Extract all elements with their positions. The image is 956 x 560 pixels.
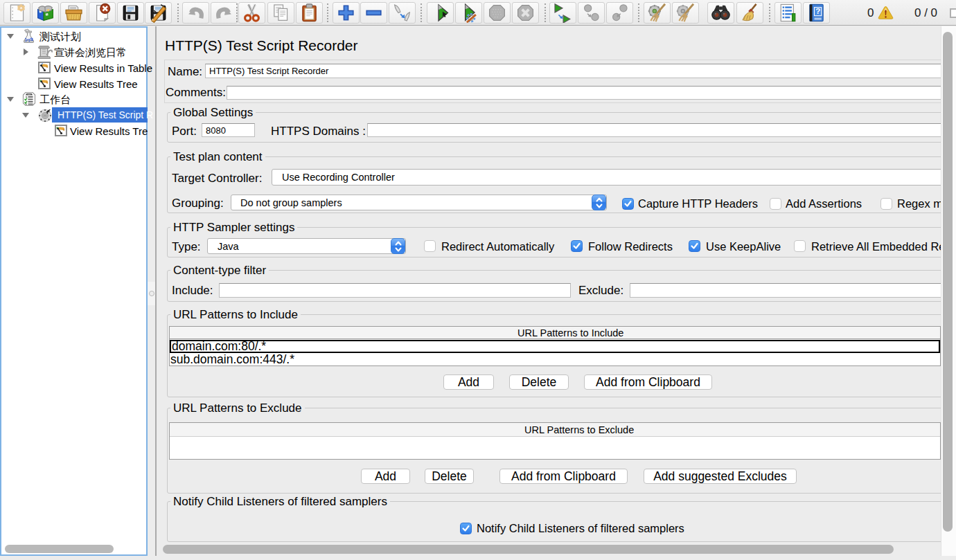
svg-text:?: ? [815,7,820,15]
